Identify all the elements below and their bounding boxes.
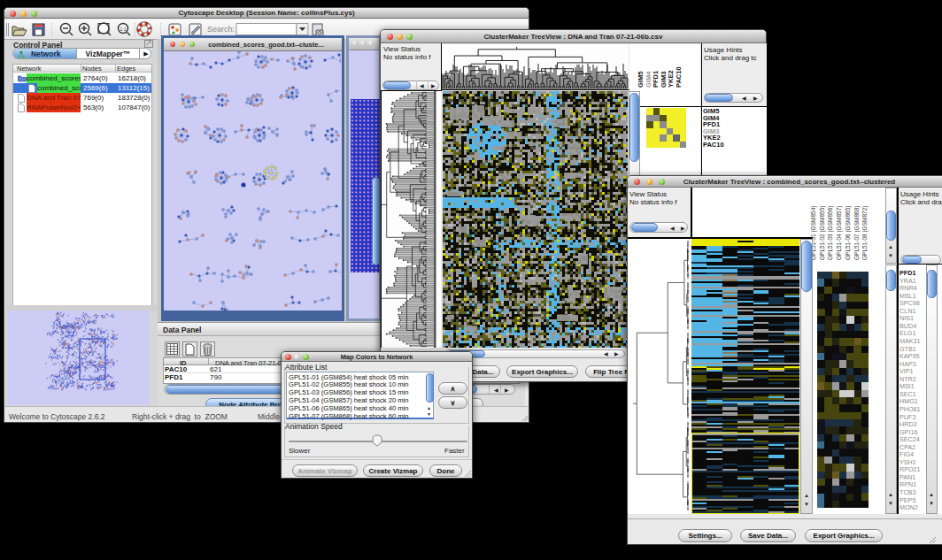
svg-text:Search:: Search:	[207, 25, 235, 34]
svg-text:1:1: 1:1	[120, 27, 127, 32]
